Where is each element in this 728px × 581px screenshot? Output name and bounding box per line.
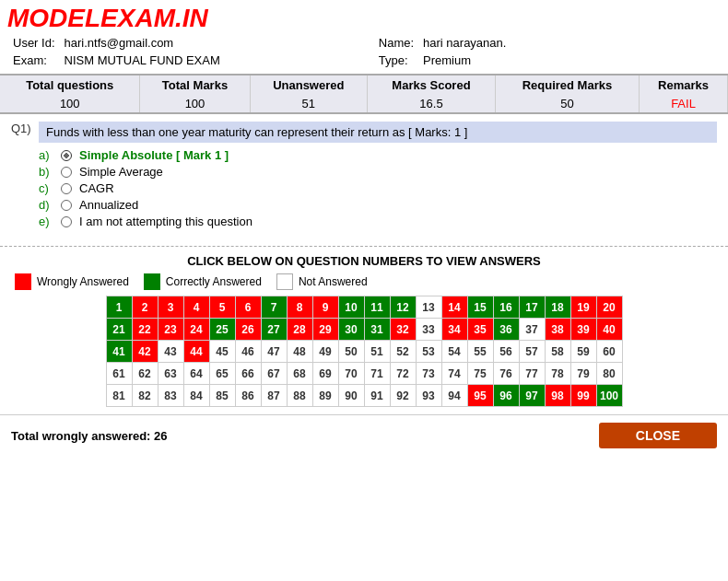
grid-cell[interactable]: 1 xyxy=(106,296,132,319)
grid-cell[interactable]: 40 xyxy=(596,319,622,341)
grid-cell[interactable]: 51 xyxy=(364,341,390,363)
grid-cell[interactable]: 44 xyxy=(183,341,209,363)
grid-cell[interactable]: 71 xyxy=(364,363,390,385)
grid-cell[interactable]: 59 xyxy=(570,341,596,363)
grid-cell[interactable]: 17 xyxy=(519,296,545,319)
grid-cell[interactable]: 41 xyxy=(106,341,132,363)
grid-cell[interactable]: 99 xyxy=(570,385,596,407)
grid-cell[interactable]: 66 xyxy=(235,363,261,385)
grid-cell[interactable]: 86 xyxy=(235,385,261,407)
grid-cell[interactable]: 20 xyxy=(596,296,622,319)
grid-cell[interactable]: 48 xyxy=(287,341,312,363)
grid-cell[interactable]: 6 xyxy=(235,296,261,319)
grid-cell[interactable]: 89 xyxy=(312,385,338,407)
grid-cell[interactable]: 42 xyxy=(132,341,158,363)
grid-cell[interactable]: 73 xyxy=(416,363,441,385)
grid-cell[interactable]: 88 xyxy=(287,385,312,407)
grid-cell[interactable]: 36 xyxy=(493,319,519,341)
grid-cell[interactable]: 14 xyxy=(441,296,467,319)
grid-cell[interactable]: 25 xyxy=(209,319,235,341)
grid-cell[interactable]: 92 xyxy=(390,385,416,407)
grid-cell[interactable]: 95 xyxy=(467,385,493,407)
grid-cell[interactable]: 61 xyxy=(106,363,132,385)
grid-cell[interactable]: 33 xyxy=(416,319,441,341)
grid-cell[interactable]: 82 xyxy=(132,385,158,407)
grid-cell[interactable]: 65 xyxy=(209,363,235,385)
grid-cell[interactable]: 5 xyxy=(209,296,235,319)
radio-circle[interactable] xyxy=(61,167,72,178)
grid-cell[interactable]: 32 xyxy=(390,319,416,341)
grid-cell[interactable]: 29 xyxy=(312,319,338,341)
grid-cell[interactable]: 15 xyxy=(467,296,493,319)
grid-cell[interactable]: 16 xyxy=(493,296,519,319)
grid-cell[interactable]: 70 xyxy=(338,363,364,385)
grid-cell[interactable]: 31 xyxy=(364,319,390,341)
grid-cell[interactable]: 37 xyxy=(519,319,545,341)
grid-cell[interactable]: 79 xyxy=(570,363,596,385)
grid-cell[interactable]: 52 xyxy=(390,341,416,363)
grid-cell[interactable]: 53 xyxy=(416,341,441,363)
grid-cell[interactable]: 62 xyxy=(132,363,158,385)
close-button[interactable]: CLOSE xyxy=(599,423,717,448)
grid-cell[interactable]: 56 xyxy=(493,341,519,363)
grid-cell[interactable]: 84 xyxy=(183,385,209,407)
grid-cell[interactable]: 64 xyxy=(183,363,209,385)
grid-cell[interactable]: 4 xyxy=(183,296,209,319)
grid-cell[interactable]: 55 xyxy=(467,341,493,363)
grid-cell[interactable]: 81 xyxy=(106,385,132,407)
grid-cell[interactable]: 54 xyxy=(441,341,467,363)
grid-cell[interactable]: 24 xyxy=(183,319,209,341)
radio-circle[interactable] xyxy=(61,200,72,211)
grid-cell[interactable]: 26 xyxy=(235,319,261,341)
grid-cell[interactable]: 38 xyxy=(545,319,570,341)
grid-cell[interactable]: 12 xyxy=(390,296,416,319)
radio-circle[interactable] xyxy=(61,150,72,161)
grid-cell[interactable]: 50 xyxy=(338,341,364,363)
grid-cell[interactable]: 49 xyxy=(312,341,338,363)
grid-cell[interactable]: 94 xyxy=(441,385,467,407)
grid-cell[interactable]: 22 xyxy=(132,319,158,341)
grid-cell[interactable]: 74 xyxy=(441,363,467,385)
grid-cell[interactable]: 46 xyxy=(235,341,261,363)
grid-cell[interactable]: 63 xyxy=(158,363,183,385)
grid-cell[interactable]: 76 xyxy=(493,363,519,385)
radio-circle[interactable] xyxy=(61,183,72,194)
grid-cell[interactable]: 19 xyxy=(570,296,596,319)
grid-cell[interactable]: 90 xyxy=(338,385,364,407)
grid-cell[interactable]: 9 xyxy=(312,296,338,319)
grid-cell[interactable]: 35 xyxy=(467,319,493,341)
grid-cell[interactable]: 27 xyxy=(261,319,287,341)
grid-cell[interactable]: 91 xyxy=(364,385,390,407)
grid-cell[interactable]: 67 xyxy=(261,363,287,385)
grid-cell[interactable]: 2 xyxy=(132,296,158,319)
grid-cell[interactable]: 18 xyxy=(545,296,570,319)
grid-cell[interactable]: 98 xyxy=(545,385,570,407)
grid-cell[interactable]: 34 xyxy=(441,319,467,341)
grid-cell[interactable]: 93 xyxy=(416,385,441,407)
grid-cell[interactable]: 100 xyxy=(596,385,622,407)
grid-cell[interactable]: 60 xyxy=(596,341,622,363)
grid-cell[interactable]: 69 xyxy=(312,363,338,385)
grid-cell[interactable]: 11 xyxy=(364,296,390,319)
grid-cell[interactable]: 97 xyxy=(519,385,545,407)
grid-cell[interactable]: 80 xyxy=(596,363,622,385)
grid-cell[interactable]: 21 xyxy=(106,319,132,341)
grid-cell[interactable]: 39 xyxy=(570,319,596,341)
grid-cell[interactable]: 3 xyxy=(158,296,183,319)
grid-cell[interactable]: 75 xyxy=(467,363,493,385)
grid-cell[interactable]: 96 xyxy=(493,385,519,407)
grid-cell[interactable]: 28 xyxy=(287,319,312,341)
grid-cell[interactable]: 72 xyxy=(390,363,416,385)
grid-cell[interactable]: 78 xyxy=(545,363,570,385)
grid-cell[interactable]: 85 xyxy=(209,385,235,407)
grid-cell[interactable]: 7 xyxy=(261,296,287,319)
grid-cell[interactable]: 68 xyxy=(287,363,312,385)
grid-cell[interactable]: 47 xyxy=(261,341,287,363)
grid-cell[interactable]: 83 xyxy=(158,385,183,407)
grid-cell[interactable]: 77 xyxy=(519,363,545,385)
radio-circle[interactable] xyxy=(61,216,72,227)
grid-cell[interactable]: 13 xyxy=(416,296,441,319)
grid-cell[interactable]: 43 xyxy=(158,341,183,363)
grid-cell[interactable]: 58 xyxy=(545,341,570,363)
grid-cell[interactable]: 30 xyxy=(338,319,364,341)
